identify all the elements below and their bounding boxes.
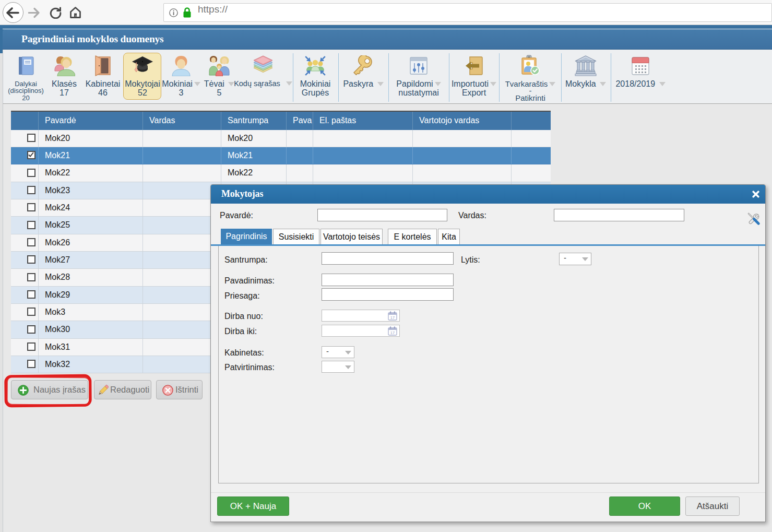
svg-text:17: 17 [390,330,395,335]
svg-text:17: 17 [390,315,395,320]
